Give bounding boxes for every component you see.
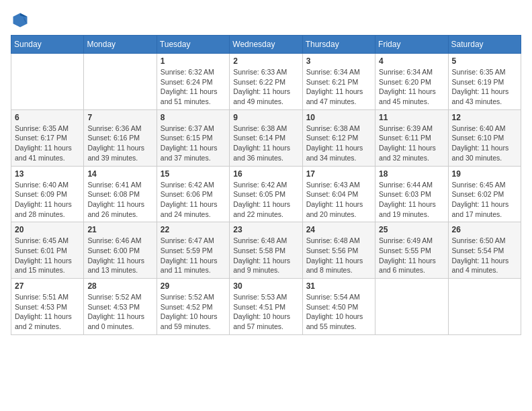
day-number: 4 [379, 56, 444, 66]
day-info: Sunrise: 6:40 AM Sunset: 6:10 PM Dayligh… [452, 124, 517, 163]
day-info: Sunrise: 6:48 AM Sunset: 5:56 PM Dayligh… [306, 236, 371, 275]
col-header-tuesday: Tuesday [157, 36, 229, 54]
day-info: Sunrise: 6:33 AM Sunset: 6:22 PM Dayligh… [233, 67, 298, 107]
day-info: Sunrise: 6:45 AM Sunset: 6:01 PM Dayligh… [15, 236, 80, 275]
day-number: 23 [233, 225, 298, 234]
day-number: 1 [161, 56, 226, 66]
day-number: 17 [306, 169, 371, 179]
day-number: 28 [87, 281, 152, 291]
calendar-cell: 29Sunrise: 5:52 AM Sunset: 4:52 PM Dayli… [157, 279, 229, 335]
day-info: Sunrise: 6:32 AM Sunset: 6:24 PM Dayligh… [161, 67, 226, 107]
day-info: Sunrise: 6:47 AM Sunset: 5:59 PM Dayligh… [161, 236, 226, 275]
day-info: Sunrise: 6:43 AM Sunset: 6:04 PM Dayligh… [306, 180, 371, 220]
day-number: 31 [306, 281, 371, 291]
logo-icon [11, 11, 30, 30]
calendar-header: SundayMondayTuesdayWednesdayThursdayFrid… [11, 36, 521, 54]
day-info: Sunrise: 6:45 AM Sunset: 6:02 PM Dayligh… [452, 180, 517, 220]
calendar-cell: 5Sunrise: 6:35 AM Sunset: 6:19 PM Daylig… [448, 54, 521, 110]
day-number: 2 [233, 56, 298, 66]
calendar-cell [11, 54, 84, 110]
calendar: SundayMondayTuesdayWednesdayThursdayFrid… [11, 35, 521, 335]
calendar-cell: 8Sunrise: 6:37 AM Sunset: 6:15 PM Daylig… [157, 109, 229, 166]
day-info: Sunrise: 6:38 AM Sunset: 6:14 PM Dayligh… [233, 124, 298, 163]
calendar-cell: 10Sunrise: 6:38 AM Sunset: 6:12 PM Dayli… [302, 109, 375, 166]
col-header-thursday: Thursday [302, 36, 375, 54]
calendar-cell [375, 279, 448, 335]
day-info: Sunrise: 6:44 AM Sunset: 6:03 PM Dayligh… [379, 180, 444, 220]
day-info: Sunrise: 5:53 AM Sunset: 4:51 PM Dayligh… [233, 292, 298, 332]
day-number: 24 [306, 225, 371, 234]
calendar-cell: 26Sunrise: 6:50 AM Sunset: 5:54 PM Dayli… [448, 222, 521, 279]
day-info: Sunrise: 6:38 AM Sunset: 6:12 PM Dayligh… [306, 124, 371, 163]
logo [11, 11, 32, 30]
col-header-friday: Friday [375, 36, 448, 54]
day-number: 9 [233, 113, 298, 122]
day-number: 26 [452, 225, 517, 234]
day-number: 27 [15, 281, 80, 291]
day-info: Sunrise: 6:39 AM Sunset: 6:11 PM Dayligh… [379, 124, 444, 163]
day-number: 29 [161, 281, 226, 291]
day-number: 7 [87, 113, 152, 122]
calendar-cell: 23Sunrise: 6:48 AM Sunset: 5:58 PM Dayli… [230, 222, 302, 279]
day-info: Sunrise: 6:42 AM Sunset: 6:06 PM Dayligh… [161, 180, 226, 220]
calendar-cell: 19Sunrise: 6:45 AM Sunset: 6:02 PM Dayli… [448, 166, 521, 222]
calendar-cell: 20Sunrise: 6:45 AM Sunset: 6:01 PM Dayli… [11, 222, 84, 279]
week-row-5: 27Sunrise: 5:51 AM Sunset: 4:53 PM Dayli… [11, 279, 521, 335]
day-info: Sunrise: 5:51 AM Sunset: 4:53 PM Dayligh… [15, 292, 80, 332]
calendar-cell: 7Sunrise: 6:36 AM Sunset: 6:16 PM Daylig… [84, 109, 157, 166]
week-row-1: 1Sunrise: 6:32 AM Sunset: 6:24 PM Daylig… [11, 54, 521, 110]
calendar-cell: 12Sunrise: 6:40 AM Sunset: 6:10 PM Dayli… [448, 109, 521, 166]
day-info: Sunrise: 6:41 AM Sunset: 6:08 PM Dayligh… [87, 180, 152, 220]
day-info: Sunrise: 6:50 AM Sunset: 5:54 PM Dayligh… [452, 236, 517, 275]
calendar-cell: 31Sunrise: 5:54 AM Sunset: 4:50 PM Dayli… [302, 279, 375, 335]
calendar-cell: 27Sunrise: 5:51 AM Sunset: 4:53 PM Dayli… [11, 279, 84, 335]
day-info: Sunrise: 6:37 AM Sunset: 6:15 PM Dayligh… [161, 124, 226, 163]
day-info: Sunrise: 6:40 AM Sunset: 6:09 PM Dayligh… [15, 180, 80, 220]
calendar-cell: 1Sunrise: 6:32 AM Sunset: 6:24 PM Daylig… [157, 54, 229, 110]
day-number: 11 [379, 113, 444, 122]
day-number: 6 [15, 113, 80, 122]
day-number: 18 [379, 169, 444, 179]
day-number: 22 [161, 225, 226, 234]
calendar-cell: 14Sunrise: 6:41 AM Sunset: 6:08 PM Dayli… [84, 166, 157, 222]
calendar-cell: 28Sunrise: 5:52 AM Sunset: 4:53 PM Dayli… [84, 279, 157, 335]
day-info: Sunrise: 6:35 AM Sunset: 6:17 PM Dayligh… [15, 124, 80, 163]
calendar-cell: 11Sunrise: 6:39 AM Sunset: 6:11 PM Dayli… [375, 109, 448, 166]
day-info: Sunrise: 6:34 AM Sunset: 6:21 PM Dayligh… [306, 67, 371, 107]
calendar-cell: 24Sunrise: 6:48 AM Sunset: 5:56 PM Dayli… [302, 222, 375, 279]
day-number: 3 [306, 56, 371, 66]
calendar-cell [84, 54, 157, 110]
day-number: 14 [87, 169, 152, 179]
page-header [11, 11, 521, 30]
calendar-cell: 17Sunrise: 6:43 AM Sunset: 6:04 PM Dayli… [302, 166, 375, 222]
day-number: 13 [15, 169, 80, 179]
calendar-cell: 13Sunrise: 6:40 AM Sunset: 6:09 PM Dayli… [11, 166, 84, 222]
day-number: 10 [306, 113, 371, 122]
calendar-cell: 2Sunrise: 6:33 AM Sunset: 6:22 PM Daylig… [230, 54, 302, 110]
day-number: 30 [233, 281, 298, 291]
day-info: Sunrise: 5:52 AM Sunset: 4:53 PM Dayligh… [87, 292, 152, 332]
day-info: Sunrise: 5:52 AM Sunset: 4:52 PM Dayligh… [161, 292, 226, 332]
calendar-cell: 16Sunrise: 6:42 AM Sunset: 6:05 PM Dayli… [230, 166, 302, 222]
day-info: Sunrise: 6:34 AM Sunset: 6:20 PM Dayligh… [379, 67, 444, 107]
calendar-cell: 25Sunrise: 6:49 AM Sunset: 5:55 PM Dayli… [375, 222, 448, 279]
day-number: 19 [452, 169, 517, 179]
day-info: Sunrise: 6:48 AM Sunset: 5:58 PM Dayligh… [233, 236, 298, 275]
calendar-cell: 21Sunrise: 6:46 AM Sunset: 6:00 PM Dayli… [84, 222, 157, 279]
calendar-cell: 4Sunrise: 6:34 AM Sunset: 6:20 PM Daylig… [375, 54, 448, 110]
day-number: 5 [452, 56, 517, 66]
calendar-cell: 15Sunrise: 6:42 AM Sunset: 6:06 PM Dayli… [157, 166, 229, 222]
day-info: Sunrise: 6:42 AM Sunset: 6:05 PM Dayligh… [233, 180, 298, 220]
calendar-cell: 18Sunrise: 6:44 AM Sunset: 6:03 PM Dayli… [375, 166, 448, 222]
day-number: 16 [233, 169, 298, 179]
day-info: Sunrise: 6:49 AM Sunset: 5:55 PM Dayligh… [379, 236, 444, 275]
day-number: 12 [452, 113, 517, 122]
col-header-monday: Monday [84, 36, 157, 54]
day-number: 20 [15, 225, 80, 234]
day-number: 8 [161, 113, 226, 122]
day-info: Sunrise: 6:36 AM Sunset: 6:16 PM Dayligh… [87, 124, 152, 163]
day-info: Sunrise: 6:35 AM Sunset: 6:19 PM Dayligh… [452, 67, 517, 107]
calendar-cell: 9Sunrise: 6:38 AM Sunset: 6:14 PM Daylig… [230, 109, 302, 166]
col-header-saturday: Saturday [448, 36, 521, 54]
calendar-cell: 22Sunrise: 6:47 AM Sunset: 5:59 PM Dayli… [157, 222, 229, 279]
